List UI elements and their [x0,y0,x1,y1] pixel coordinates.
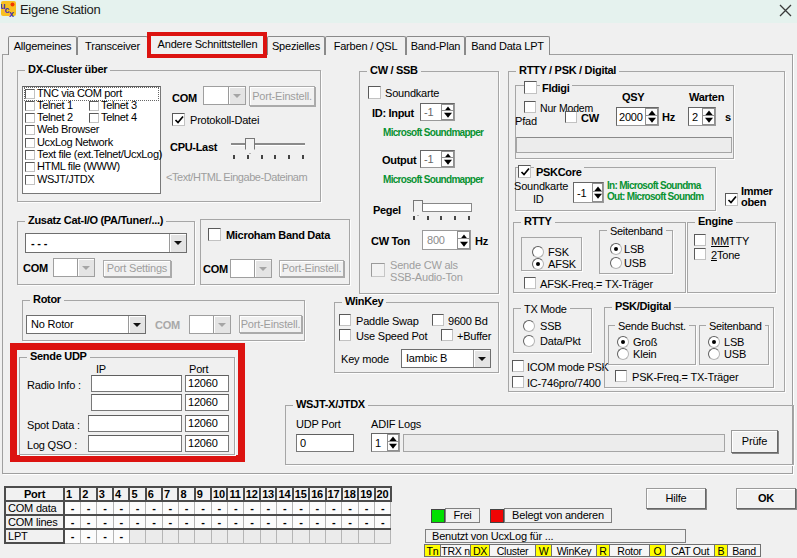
svg-text:x: x [9,9,14,18]
